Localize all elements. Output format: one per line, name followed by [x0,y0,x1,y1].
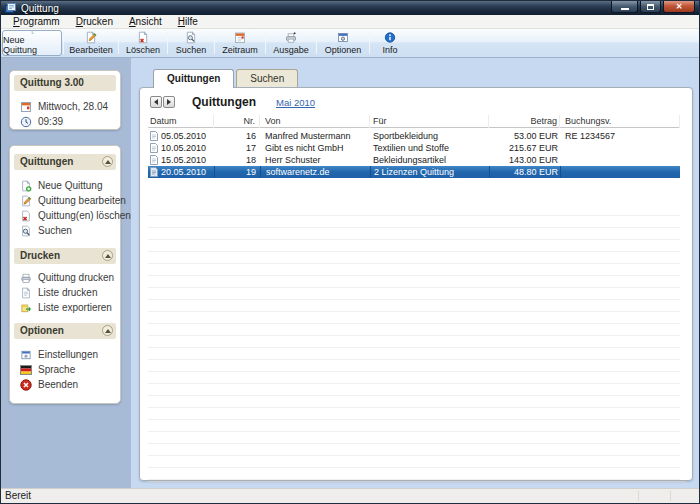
menu-hilfe[interactable]: Hilfe [170,16,206,27]
calendar-icon [20,101,32,113]
sidebar-item-liste-exportieren[interactable]: Liste exportieren [20,301,118,314]
column-header-von[interactable]: Von [260,115,370,128]
main-area: Quittungen Suchen Quittungen Mai 2010 Da… [131,58,699,488]
statusbar-divider [638,491,639,501]
toolbar-separator [167,32,168,54]
info-icon [382,31,398,44]
statusbar-divider [670,491,671,501]
summary-divider [148,481,686,482]
column-header-buchungsv[interactable]: Buchungsv. [560,115,680,128]
chevron-up-icon [105,254,111,258]
tab-quittungen[interactable]: Quittungen [153,69,234,88]
menu-bar: Programm Drucken Ansicht Hilfe [1,15,699,29]
next-period-button[interactable] [163,96,175,108]
sidebar-item-liste-drucken[interactable]: Liste drucken [20,286,118,299]
tab-suchen[interactable]: Suchen [236,69,298,87]
toolbar: Neue Quittung Bearbeiten Löschen [1,29,699,58]
chevron-up-icon [105,329,111,333]
receipts-panel: Quittungen Mai 2010 Datum Nr. Von Für Be… [139,87,693,481]
app-window: Quittung ✕ Programm Drucken Ansicht Hilf… [0,0,700,504]
title-bar[interactable]: Quittung ✕ [1,1,699,15]
table-row[interactable]: 15.05.2010 18 Herr Schuster Bekleidungsa… [148,154,680,166]
menu-ansicht[interactable]: Ansicht [121,16,170,27]
german-flag-icon [20,365,32,375]
toolbar-period-button[interactable]: Zeitraum [216,30,264,56]
toolbar-output-button[interactable]: Ausgabe [267,30,315,56]
sidebar-item-einstellungen[interactable]: Einstellungen [20,348,118,361]
new-receipt-icon [20,180,32,192]
status-text: Bereit [5,490,31,501]
close-button[interactable]: ✕ [663,1,695,13]
receipt-row-icon [150,143,158,153]
search-icon [20,225,32,237]
column-header-fuer[interactable]: Für [370,115,489,128]
document-icon [20,287,32,299]
sidebar-item-beenden[interactable]: Beenden [20,378,118,391]
toolbar-separator [214,32,215,54]
info-panel-title: Quittung 3.00 [14,75,116,91]
sidebar-info-panel: Quittung 3.00 Mittwoch, 28.04 09:39 [9,70,121,130]
options-window-icon [335,31,351,44]
table-row-selected[interactable]: 20.05.2010 19 softwarenetz.de 2 Lizenzen… [148,166,680,178]
column-header-datum[interactable]: Datum [148,115,214,128]
minimize-icon [621,8,629,10]
toolbar-separator [63,32,64,54]
toolbar-search-button[interactable]: Suchen [169,30,213,56]
current-date: Mittwoch, 28.04 [20,100,108,113]
minimize-button[interactable] [611,1,638,13]
empty-rows-area [148,204,680,480]
collapse-button[interactable] [102,325,113,336]
maximize-icon [647,4,654,10]
section-header-quittungen: Quittungen [14,154,116,170]
export-icon [20,302,32,314]
period-link[interactable]: Mai 2010 [276,97,315,108]
section-header-optionen: Optionen [14,323,116,339]
settings-window-icon [20,349,32,361]
toolbar-separator [265,32,266,54]
sidebar-item-quittung-drucken[interactable]: Quittung drucken [20,271,118,284]
sidebar-nav-panel: Quittungen Neue Quittung Quittung bearbe… [9,145,121,404]
table-row[interactable]: 05.05.2010 16 Manfred Mustermann Sportbe… [148,130,680,142]
search-icon [183,31,199,44]
clock-icon [20,116,32,128]
content-area: Quittung 3.00 Mittwoch, 28.04 09:39 [1,58,699,488]
toolbar-options-button[interactable]: Optionen [318,30,368,56]
toolbar-separator [316,32,317,54]
arrow-right-icon [167,99,171,105]
edit-receipt-icon [83,31,99,44]
receipts-table: Datum Nr. Von Für Betrag Buchungsv. 05.0… [148,115,680,128]
menu-programm[interactable]: Programm [5,16,68,27]
toolbar-delete-button[interactable]: Löschen [120,30,166,56]
collapse-button[interactable] [102,250,113,261]
toolbar-new-receipt-button[interactable]: Neue Quittung [2,30,62,56]
printer-icon [283,31,299,44]
receipt-row-icon [150,131,158,141]
sidebar: Quittung 3.00 Mittwoch, 28.04 09:39 [1,58,131,488]
sidebar-item-sprache[interactable]: Sprache [20,363,118,376]
column-header-nr[interactable]: Nr. [214,115,260,128]
toolbar-edit-button[interactable]: Bearbeiten [65,30,117,56]
toolbar-separator [118,32,119,54]
toolbar-separator [369,32,370,54]
sidebar-item-neue-quittung[interactable]: Neue Quittung [20,179,118,192]
window-title: Quittung [21,3,59,14]
maximize-button[interactable] [640,1,661,13]
quit-icon [20,379,32,391]
column-header-betrag[interactable]: Betrag [489,115,560,128]
new-receipt-icon [24,31,40,34]
printer-icon [20,272,32,284]
period-nav: Quittungen Mai 2010 [150,94,315,110]
delete-receipt-icon [135,31,151,44]
previous-period-button[interactable] [150,96,162,108]
delete-receipt-icon [20,210,32,222]
sidebar-item-quittung-loeschen[interactable]: Quittung(en) löschen [20,209,118,222]
sidebar-item-suchen[interactable]: Suchen [20,224,118,237]
sidebar-item-quittung-bearbeiten[interactable]: Quittung bearbeiten [20,194,118,207]
menu-drucken[interactable]: Drucken [68,16,121,27]
collapse-button[interactable] [102,156,113,167]
current-time: 09:39 [20,115,63,128]
receipt-row-icon [150,167,158,177]
toolbar-info-button[interactable]: Info [371,30,409,56]
section-header-drucken: Drucken [14,248,116,264]
table-row[interactable]: 10.05.2010 17 Gibt es nicht GmbH Textili… [148,142,680,154]
